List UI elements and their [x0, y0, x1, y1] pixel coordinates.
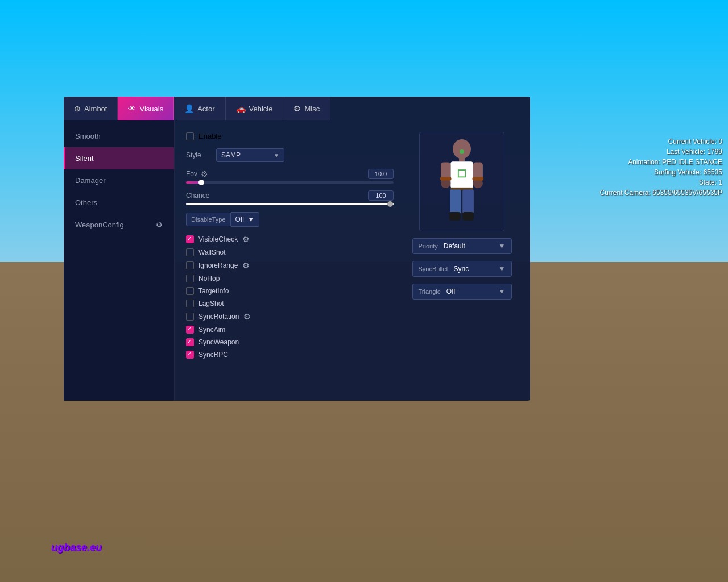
fov-slider[interactable]: [186, 181, 394, 184]
fov-settings-button[interactable]: ⚙: [201, 169, 208, 178]
svg-rect-10: [449, 211, 461, 220]
chance-slider-fill: [186, 203, 394, 205]
nav-misc[interactable]: ⚙ Misc: [283, 97, 330, 120]
sync-rotation-gear-button[interactable]: ⚙: [243, 312, 251, 321]
svg-rect-1: [459, 157, 465, 161]
priority-label: Priority: [419, 243, 438, 250]
fov-label-row: Fov ⚙: [186, 169, 208, 178]
nav-vehicle-label: Vehicle: [249, 105, 273, 113]
chevron-down-icon: ▼: [247, 215, 254, 223]
check-sync-rotation: SyncRotation ⚙: [186, 310, 394, 323]
chevron-down-icon: ▼: [274, 152, 279, 159]
disable-type-label: DisableType: [186, 213, 231, 226]
nav-misc-label: Misc: [304, 105, 320, 113]
check-sync-rpc: SyncRPC: [186, 348, 394, 361]
wall-shot-checkbox[interactable]: [186, 248, 194, 256]
chance-label: Chance: [186, 192, 209, 199]
hud-info: Current Vehicle: 0 Last Vehicle: 1799 An…: [600, 136, 722, 198]
svg-rect-9: [462, 189, 474, 213]
disable-type-row: DisableType Off ▼: [186, 212, 394, 227]
ignore-range-label: IgnoreRange: [198, 261, 238, 269]
sync-aim-label: SyncAim: [198, 326, 225, 334]
sync-aim-checkbox[interactable]: [186, 326, 194, 334]
lag-shot-label: LagShot: [198, 300, 224, 307]
svg-rect-2: [450, 161, 473, 188]
triangle-label: Triangle: [419, 288, 441, 295]
target-info-checkbox[interactable]: [186, 287, 194, 295]
fov-slider-thumb[interactable]: [198, 180, 204, 185]
nav-bar: ⊕ Aimbot 👁 Visuals 👤 Actor 🚗 Vehicle ⚙ M…: [64, 97, 530, 120]
svg-rect-14: [472, 177, 483, 180]
aimbot-icon: ⊕: [74, 104, 81, 113]
chevron-down-icon: ▼: [499, 242, 506, 250]
checkboxes-list: VisibleCheck ⚙ WallShot IgnoreRange ⚙: [186, 232, 394, 361]
no-hop-label: NoHop: [198, 275, 220, 282]
visible-check-checkbox[interactable]: [186, 235, 194, 243]
sync-bullet-dropdown[interactable]: SyncBullet Sync ▼: [412, 261, 512, 277]
svg-rect-13: [440, 177, 452, 180]
fov-section: Fov ⚙ 10.0: [186, 169, 394, 184]
disable-type-dropdown[interactable]: Off ▼: [231, 212, 260, 227]
sidebar: Smooth Silent Damager Others WeaponConfi…: [64, 120, 175, 401]
priority-dropdown[interactable]: Priority Default ▼: [412, 238, 512, 254]
nav-actor[interactable]: 👤 Actor: [174, 97, 225, 120]
left-controls: Enable Style SAMP ▼ Fov ⚙: [186, 132, 394, 389]
triangle-value: Off: [446, 288, 456, 296]
nav-aimbot-label: Aimbot: [84, 105, 107, 113]
sync-rotation-label: SyncRotation: [198, 313, 239, 321]
chance-slider-thumb[interactable]: [387, 201, 393, 207]
watermark: ugbase.eu: [51, 542, 102, 554]
enable-checkbox[interactable]: [186, 132, 194, 140]
gear-icon: ⚙: [156, 221, 163, 229]
nav-actor-label: Actor: [197, 105, 214, 113]
sync-rotation-checkbox[interactable]: [186, 313, 194, 321]
ignore-range-checkbox[interactable]: [186, 261, 194, 269]
chance-value: 100: [368, 190, 394, 201]
sidebar-item-others[interactable]: Others: [64, 192, 174, 214]
ignore-range-gear-button[interactable]: ⚙: [242, 261, 250, 270]
check-visible-check: VisibleCheck ⚙: [186, 232, 394, 246]
visuals-icon: 👁: [128, 104, 136, 113]
nav-visuals[interactable]: 👁 Visuals: [118, 97, 174, 120]
sidebar-item-smooth[interactable]: Smooth: [64, 125, 174, 147]
hud-state: State: 1: [600, 177, 722, 188]
triangle-dropdown[interactable]: Triangle Off ▼: [412, 284, 512, 300]
chevron-down-icon: ▼: [499, 265, 506, 273]
sidebar-item-silent[interactable]: Silent: [64, 147, 174, 169]
check-sync-aim: SyncAim: [186, 323, 394, 336]
sync-rpc-label: SyncRPC: [198, 351, 228, 359]
sync-bullet-label: SyncBullet: [419, 265, 448, 272]
svg-point-0: [453, 139, 471, 158]
check-wall-shot: WallShot: [186, 246, 394, 259]
hud-camera: Current Camera: 65350/65535V/65535P: [600, 188, 722, 198]
vehicle-icon: 🚗: [236, 104, 246, 113]
hud-surfing: Surfing Vehicle: 65535: [600, 167, 722, 177]
check-no-hop: NoHop: [186, 272, 394, 285]
content-area: Smooth Silent Damager Others WeaponConfi…: [64, 120, 530, 401]
right-preview: Priority Default ▼ SyncBullet Sync ▼ Tri…: [405, 132, 519, 389]
nav-visuals-label: Visuals: [139, 105, 163, 113]
target-info-label: TargetInfo: [198, 287, 229, 295]
hud-animation: Animation: PED IDLE STANCE: [600, 157, 722, 167]
enable-label: Enable: [198, 132, 221, 140]
style-value: SAMP: [221, 151, 241, 159]
style-dropdown[interactable]: SAMP ▼: [216, 148, 284, 162]
no-hop-checkbox[interactable]: [186, 275, 194, 282]
visible-check-gear-button[interactable]: ⚙: [242, 235, 250, 244]
nav-vehicle[interactable]: 🚗 Vehicle: [226, 97, 284, 120]
character-preview: [419, 132, 504, 231]
disable-type-value: Off: [235, 215, 245, 223]
sync-rpc-checkbox[interactable]: [186, 351, 194, 359]
enable-row: Enable: [186, 132, 394, 140]
check-target-info: TargetInfo: [186, 285, 394, 297]
chance-slider[interactable]: [186, 203, 394, 205]
sync-weapon-checkbox[interactable]: [186, 338, 194, 346]
nav-aimbot[interactable]: ⊕ Aimbot: [64, 97, 118, 120]
sidebar-weapon-config[interactable]: WeaponConfig ⚙: [64, 214, 174, 236]
visible-check-label: VisibleCheck: [198, 235, 238, 243]
lag-shot-checkbox[interactable]: [186, 300, 194, 307]
sidebar-item-damager[interactable]: Damager: [64, 169, 174, 192]
svg-rect-8: [450, 189, 461, 213]
check-sync-weapon: SyncWeapon: [186, 336, 394, 348]
main-content: Enable Style SAMP ▼ Fov ⚙: [175, 120, 530, 401]
